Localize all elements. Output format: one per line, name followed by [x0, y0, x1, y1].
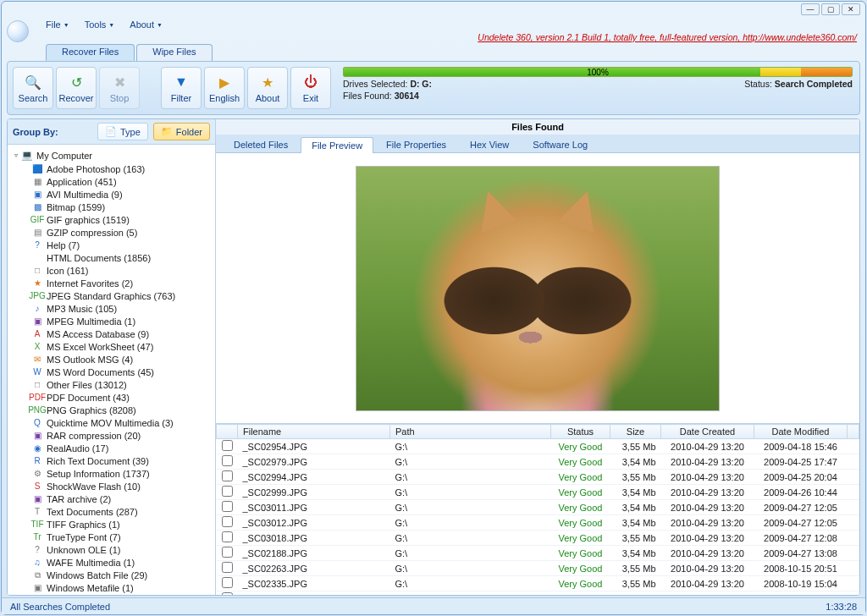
tree-item[interactable]: ⧉Windows Batch File (29)	[31, 569, 212, 581]
row-checkbox[interactable]	[222, 592, 233, 595]
menu-tools[interactable]: Tools▼	[78, 19, 122, 30]
cell-status: Very Good	[551, 576, 610, 591]
cell-created: 2010-04-29 13:20	[661, 531, 754, 546]
tree-item[interactable]: TText Documents (287)	[31, 505, 212, 518]
col-path[interactable]: Path	[390, 425, 551, 439]
expand-icon[interactable]: ▿	[14, 151, 18, 159]
col-checkbox[interactable]	[217, 425, 238, 439]
tree-item[interactable]: ▣TAR archive (2)	[31, 492, 212, 505]
col-created[interactable]: Date Created	[661, 425, 754, 439]
tree-item[interactable]: XMS Excel WorkSheet (47)	[31, 340, 212, 353]
maximize-button[interactable]: ▢	[821, 3, 840, 15]
tree-item[interactable]: ✉MS Outlook MSG (4)	[31, 353, 212, 366]
table-row[interactable]: _SC02188.JPGG:\Very Good3,54 Mb2010-04-2…	[217, 546, 859, 561]
table-row[interactable]: _SC03011.JPGG:\Very Good3,54 Mb2010-04-2…	[217, 500, 859, 515]
row-checkbox[interactable]	[222, 531, 233, 542]
tree-item[interactable]: ▣Windows Metafile (1)	[31, 581, 212, 594]
row-checkbox[interactable]	[222, 577, 233, 588]
category-tree[interactable]: ▿ 💻 My Computer 🟦Adobe Photoshop (163)▦A…	[8, 145, 215, 595]
tab-wipe-files[interactable]: Wipe Files	[136, 44, 212, 61]
tree-item[interactable]: AMS Access Database (9)	[31, 327, 212, 340]
row-checkbox[interactable]	[222, 501, 233, 512]
table-row[interactable]: _SC02954.JPGG:\Very Good3,55 Mb2010-04-2…	[217, 439, 859, 454]
tab-recover-files[interactable]: Recover Files	[46, 44, 135, 61]
row-checkbox[interactable]	[222, 547, 233, 558]
progress-block: 100% Drives Selected: D: G: Status: Sear…	[340, 65, 856, 102]
tree-item-label: TAR archive (2)	[47, 494, 111, 504]
search-button[interactable]: 🔍Search	[13, 67, 53, 109]
tree-item[interactable]: ?Unknown OLE (1)	[31, 543, 212, 556]
version-link[interactable]: Undelete 360, version 2.1 Build 1, total…	[478, 32, 857, 42]
tree-item[interactable]: ◉RealAudio (17)	[31, 442, 212, 454]
tree-item[interactable]: ♪MP3 Music (105)	[31, 302, 212, 315]
app-logo-icon	[7, 20, 29, 42]
tree-item[interactable]: RRich Text Document (39)	[31, 454, 212, 467]
subtab-preview[interactable]: File Preview	[301, 137, 373, 153]
tree-item[interactable]: ▦Application (451)	[31, 175, 212, 188]
subtab-log[interactable]: Software Log	[522, 136, 599, 152]
tree-item[interactable]: GIFGIF graphics (1519)	[31, 213, 212, 226]
tree-item[interactable]: ♫WAFE Multimedia (1)	[31, 556, 212, 569]
tree-item-label: RAR compression (20)	[47, 431, 141, 441]
file-table-wrap[interactable]: Filename Path Status Size Date Created D…	[216, 424, 859, 595]
subtab-properties[interactable]: File Properties	[375, 136, 457, 152]
col-modified[interactable]: Date Modified	[754, 425, 848, 439]
tree-item[interactable]: QQuicktime MOV Multimedia (3)	[31, 416, 212, 429]
exit-button[interactable]: ⏻Exit	[290, 67, 331, 109]
tree-item[interactable]: ▩Bitmap (1599)	[31, 201, 212, 213]
cell-filename: _SC02979.JPG	[238, 454, 390, 470]
cell-filename: _SC02954.JPG	[238, 439, 390, 454]
col-filename[interactable]: Filename	[238, 425, 390, 439]
filter-button[interactable]: ▼Filter	[161, 67, 202, 109]
tree-item[interactable]: ▣MPEG Multimedia (1)	[31, 315, 212, 327]
tree-item[interactable]: PNGPNG Graphics (8208)	[31, 404, 212, 416]
tree-root[interactable]: ▿ 💻 My Computer	[14, 150, 212, 161]
subtab-deleted[interactable]: Deleted Files	[223, 136, 299, 152]
tree-item[interactable]: ?Help (7)	[31, 239, 212, 251]
about-button[interactable]: ★About	[247, 67, 288, 109]
row-checkbox[interactable]	[222, 440, 233, 451]
col-size[interactable]: Size	[610, 425, 661, 439]
menu-file[interactable]: File▼	[39, 19, 76, 30]
table-row[interactable]: _SC03018.JPGG:\Very Good3,55 Mb2010-04-2…	[217, 531, 859, 546]
tree-item[interactable]: <>XML Documents (55)	[31, 594, 212, 595]
menu-about[interactable]: About▼	[123, 19, 169, 30]
tree-item[interactable]: SShockWave Flash (10)	[31, 480, 212, 492]
recover-button[interactable]: ↺Recover	[56, 67, 97, 109]
tree-item[interactable]: ★Internet Favorites (2)	[31, 277, 212, 289]
row-checkbox[interactable]	[222, 455, 233, 466]
row-checkbox[interactable]	[222, 486, 233, 497]
table-row[interactable]: _SC02994.JPGG:\Very Good3,55 Mb2010-04-2…	[217, 470, 859, 485]
close-button[interactable]: ✕	[842, 3, 860, 15]
table-row[interactable]: _SC02335.JPGG:\Very Good3,55 Mb2010-04-2…	[217, 576, 859, 591]
row-checkbox[interactable]	[222, 470, 233, 481]
tree-item-label: HTML Documents (1856)	[47, 253, 151, 263]
tree-item[interactable]: □Icon (161)	[31, 264, 212, 277]
table-row[interactable]: _SC02979.JPGG:\Very Good3,54 Mb2010-04-2…	[217, 454, 859, 470]
language-button[interactable]: ▶English	[204, 67, 245, 109]
subtab-hex[interactable]: Hex View	[459, 136, 520, 152]
col-status[interactable]: Status	[551, 425, 610, 439]
group-folder-button[interactable]: 📁Folder	[153, 123, 210, 140]
tree-item[interactable]: TIFTIFF Graphics (1)	[31, 518, 212, 531]
tree-item[interactable]: ⚙Setup Information (1737)	[31, 467, 212, 480]
tree-item[interactable]: WMS Word Documents (45)	[31, 366, 212, 378]
table-row[interactable]: _SC03012.JPGG:\Very Good3,54 Mb2010-04-2…	[217, 515, 859, 531]
row-checkbox[interactable]	[222, 516, 233, 527]
tree-item[interactable]: ▣RAR compression (20)	[31, 429, 212, 442]
tree-item[interactable]: JPGJPEG Standard Graphics (763)	[31, 289, 212, 302]
group-type-button[interactable]: 📄Type	[97, 123, 148, 140]
minimize-button[interactable]: —	[801, 3, 820, 15]
table-row[interactable]: _SC02340.JPGG:\Very Good3,54 Mb2010-04-2…	[217, 591, 859, 596]
tree-item-label: MS Excel WorkSheet (47)	[47, 342, 153, 352]
tree-item[interactable]: 🟦Adobe Photoshop (163)	[31, 162, 212, 175]
row-checkbox[interactable]	[222, 562, 233, 573]
table-row[interactable]: _SC02999.JPGG:\Very Good3,54 Mb2010-04-2…	[217, 485, 859, 500]
tree-item[interactable]: □Other Files (13012)	[31, 378, 212, 391]
tree-item[interactable]: ▤GZIP compression (5)	[31, 226, 212, 239]
tree-item[interactable]: ▣AVI Multimedia (9)	[31, 188, 212, 201]
tree-item[interactable]: TrTrueType Font (7)	[31, 531, 212, 543]
table-row[interactable]: _SC02263.JPGG:\Very Good3,55 Mb2010-04-2…	[217, 561, 859, 576]
tree-item[interactable]: PDFPDF Document (43)	[31, 391, 212, 404]
tree-item[interactable]: HTML Documents (1856)	[31, 251, 212, 264]
